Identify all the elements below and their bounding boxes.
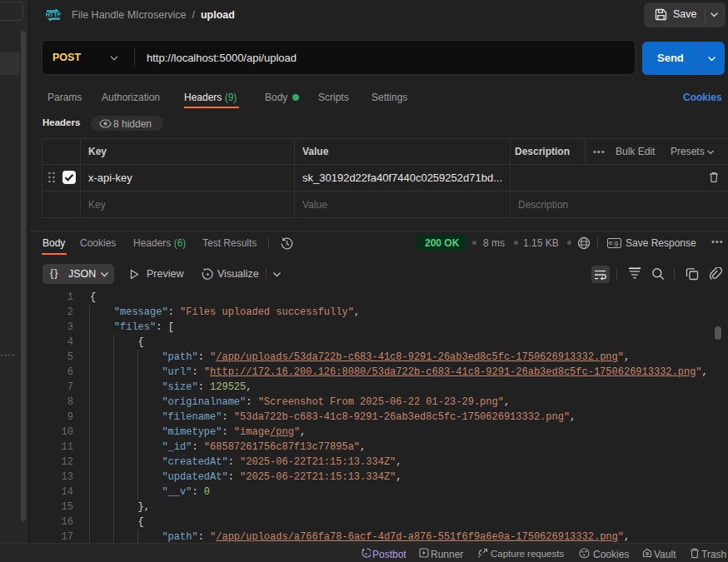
svg-text:HTTP: HTTP <box>46 11 61 18</box>
